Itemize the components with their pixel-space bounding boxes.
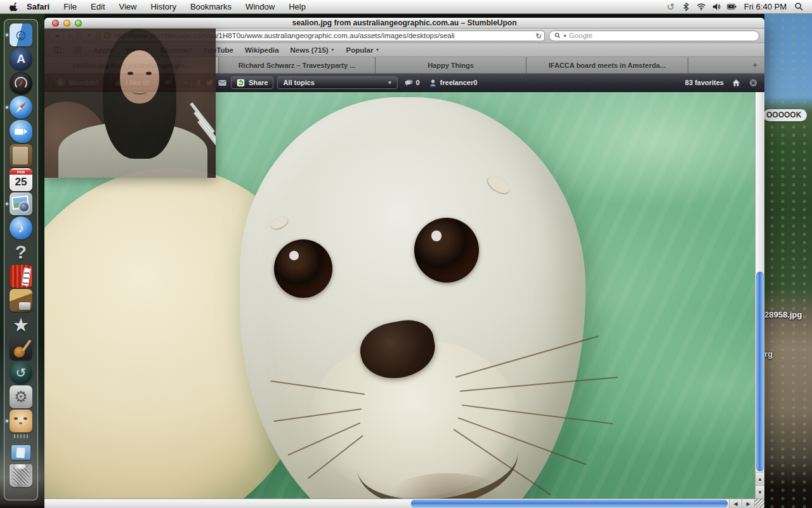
reload-icon[interactable] [535, 30, 542, 41]
home-icon[interactable] [730, 77, 742, 88]
username: freelancer0 [440, 79, 478, 86]
running-indicator [6, 420, 8, 422]
google-search-field[interactable]: ▼ [549, 30, 759, 41]
new-tab-button[interactable]: + [745, 57, 764, 73]
battery-icon[interactable] [726, 1, 737, 12]
tab-ifacca[interactable]: IFACCA board meets in Amsterda... [527, 57, 688, 73]
bookmark-folder-news[interactable]: News (715)▼ [291, 46, 335, 54]
sea-lion-eye [414, 218, 479, 283]
search-icon [554, 32, 561, 39]
share-icon [237, 78, 246, 87]
menu-file[interactable]: File [56, 2, 84, 11]
close-toolbar-icon[interactable] [748, 77, 758, 88]
time-machine-icon[interactable]: ↺ [665, 1, 676, 12]
vertical-scroll-thumb[interactable] [756, 272, 764, 471]
wifi-icon[interactable] [696, 1, 707, 12]
vertical-scrollbar[interactable]: ▲ ▼ [755, 92, 764, 498]
apple-menu-icon[interactable] [9, 1, 20, 12]
user-avatar-icon [429, 78, 438, 87]
person-face [120, 50, 159, 104]
dock-icon-safari[interactable] [10, 96, 32, 119]
dock-divider [8, 434, 34, 439]
scroll-right-arrow[interactable]: ▶ [742, 499, 754, 508]
chevron-down-icon: ▼ [388, 80, 393, 86]
bluetooth-icon[interactable] [681, 1, 691, 12]
dock-icon-ical[interactable]: FEB 25 [10, 168, 32, 191]
menu-edit[interactable]: Edit [84, 2, 112, 11]
search-input[interactable] [569, 32, 754, 39]
ical-day-label: 25 [15, 175, 27, 190]
dock: FEB 25 [4, 19, 38, 500]
menu-bar: Safari File Edit View History Bookmarks … [0, 0, 812, 14]
chevron-down-icon: ▼ [331, 48, 335, 52]
dock-icon-app-store[interactable] [10, 48, 32, 70]
desktop-icon-label[interactable]: rg [764, 349, 773, 359]
menu-history[interactable]: History [143, 2, 183, 11]
dock-icon-ichat[interactable] [10, 120, 32, 143]
desktop-icon-label[interactable]: OOOOOK [763, 109, 807, 121]
chevron-down-icon: ▼ [375, 48, 379, 52]
dock-icon-time-machine[interactable] [10, 361, 32, 384]
dock-icon-trash[interactable] [10, 464, 32, 487]
ical-month-label: FEB [10, 170, 32, 175]
dock-icon-dashboard[interactable] [10, 72, 32, 95]
window-title-bar[interactable]: sealion.jpg from australiangeographic.co… [44, 18, 764, 29]
bookmark-wikipedia[interactable]: Wikipedia [245, 46, 279, 54]
dock-icon-iphoto[interactable] [10, 192, 32, 215]
topics-dropdown[interactable]: All topics ▼ [277, 76, 398, 89]
dock-icon-finder[interactable] [10, 23, 32, 46]
dock-icon-imovie[interactable] [10, 313, 32, 336]
desktop-icon-label[interactable]: 28958.jpg [764, 310, 802, 319]
webcam-overlay-window[interactable] [44, 29, 216, 178]
bookmark-folder-popular[interactable]: Popular▼ [346, 46, 380, 54]
horizontal-scroll-track[interactable] [44, 499, 729, 508]
menu-safari[interactable]: Safari [20, 2, 56, 11]
dock-icon-itunes[interactable] [10, 217, 32, 239]
menu-help[interactable]: Help [282, 2, 313, 11]
menu-window[interactable]: Window [239, 2, 282, 11]
dock-icon-photo-booth[interactable] [10, 265, 32, 288]
horizontal-scrollbar[interactable]: ◀ ▶ [44, 498, 764, 508]
menu-bookmarks[interactable]: Bookmarks [183, 2, 239, 11]
horizontal-scroll-thumb[interactable] [411, 500, 728, 507]
scroll-up-arrow[interactable]: ▲ [756, 472, 764, 485]
dock-icon-garageband[interactable] [10, 337, 32, 360]
scroll-left-arrow[interactable]: ◀ [729, 499, 742, 508]
window-resize-grip[interactable] [754, 499, 764, 508]
dock-icon-documents-folder[interactable] [10, 440, 32, 463]
dock-icon-missing-app[interactable] [10, 241, 32, 264]
dock-icon-cat-picture[interactable] [10, 410, 32, 432]
tab-happy-things[interactable]: Happy Things [376, 57, 527, 73]
user-menu[interactable]: freelancer0 [426, 78, 480, 87]
email-icon[interactable] [218, 78, 227, 87]
running-indicator [6, 106, 8, 109]
share-button[interactable]: Share [231, 76, 274, 89]
sea-lion-eye [274, 239, 332, 298]
favorites-count[interactable]: 83 favorites [685, 79, 724, 86]
desktop-background-right: OOOOOK 28958.jpg rg [764, 14, 812, 508]
menu-view[interactable]: View [112, 2, 144, 11]
running-indicator [6, 203, 8, 205]
speech-bubbles-icon [404, 78, 413, 87]
dock-icon-image-capture[interactable] [10, 289, 32, 312]
volume-icon[interactable] [711, 1, 722, 12]
menu-clock[interactable]: Fri 6:40 PM [742, 2, 789, 11]
comments-button[interactable]: 0 [402, 78, 422, 87]
tab-bar-empty-space [688, 57, 745, 73]
dock-icon-system-preferences[interactable] [10, 385, 32, 408]
running-indicator [6, 34, 8, 36]
dock-icon-address-book[interactable] [10, 144, 32, 167]
search-engine-dropdown-icon[interactable]: ▼ [563, 34, 567, 38]
spotlight-icon[interactable] [794, 1, 804, 12]
comments-count: 0 [416, 79, 419, 86]
window-title: sealion.jpg from australiangeographic.co… [44, 18, 764, 27]
scroll-down-arrow[interactable]: ▼ [756, 485, 764, 498]
tab-richard-schwarz[interactable]: Richard Schwarz – Travestyparty ... [219, 57, 376, 73]
vertical-scroll-track[interactable] [756, 92, 764, 472]
